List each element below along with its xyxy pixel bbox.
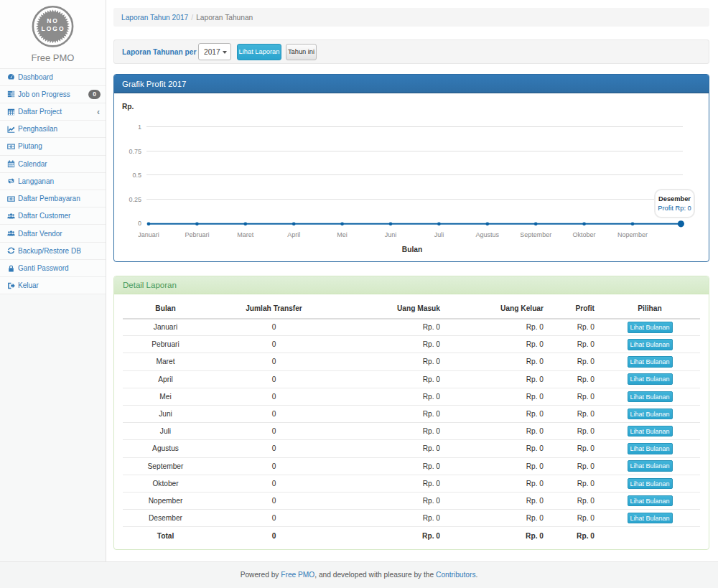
svg-text:Maret: Maret — [237, 231, 254, 238]
svg-text:Januari: Januari — [138, 231, 159, 238]
svg-text:LOGO: LOGO — [41, 25, 65, 32]
svg-text:Bulan: Bulan — [402, 246, 422, 253]
svg-text:Juli: Juli — [434, 231, 444, 238]
svg-text:0.5: 0.5 — [132, 172, 141, 179]
svg-text:NO: NO — [47, 17, 59, 24]
svg-text:Juni: Juni — [385, 231, 397, 238]
svg-text:0: 0 — [138, 220, 141, 227]
svg-text:Agustus: Agustus — [476, 231, 500, 238]
svg-text:Pebruari: Pebruari — [185, 231, 209, 238]
svg-text:Rp.: Rp. — [122, 103, 134, 111]
svg-text:September: September — [520, 231, 551, 238]
svg-text:0.75: 0.75 — [129, 148, 141, 155]
svg-text:Oktober: Oktober — [573, 231, 596, 238]
svg-text:1: 1 — [138, 123, 141, 131]
svg-text:0.25: 0.25 — [129, 196, 141, 203]
svg-text:Nopember: Nopember — [617, 231, 648, 238]
svg-text:Mei: Mei — [337, 231, 348, 238]
svg-text:April: April — [287, 231, 300, 238]
